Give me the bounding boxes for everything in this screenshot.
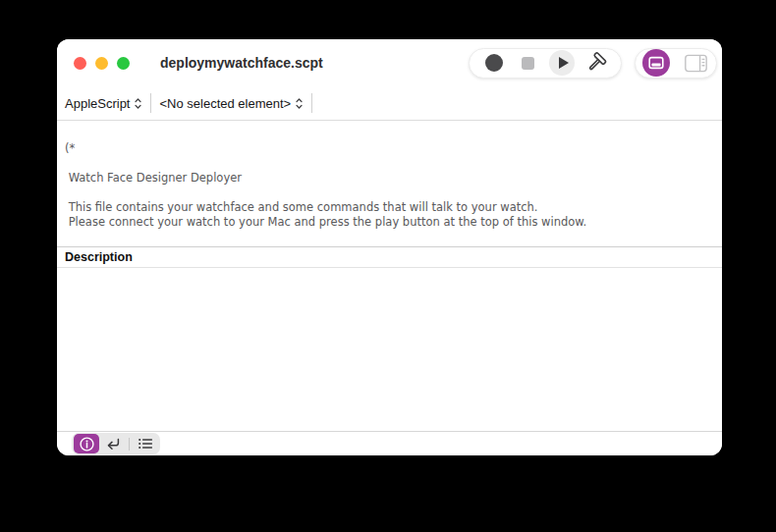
- close-button[interactable]: [74, 57, 86, 70]
- stop-button[interactable]: [512, 48, 545, 79]
- popup-chevrons-icon: [295, 97, 304, 110]
- record-icon: [485, 54, 503, 72]
- script-line: This file contains your watchface and so…: [65, 200, 714, 215]
- zoom-button[interactable]: [117, 57, 130, 70]
- script-line: Watch Face Designer Deployer: [65, 171, 714, 186]
- run-button[interactable]: [545, 48, 579, 79]
- script-line: Please connect your watch to your Mac an…: [65, 215, 714, 230]
- hammer-icon: [583, 50, 609, 76]
- titlebar: deploymywatchface.scpt: [57, 39, 722, 86]
- toolbar-script-controls: [469, 48, 622, 79]
- window-title: deploymywatchface.scpt: [160, 55, 323, 71]
- desktop-background: deploymywatchface.scpt: [0, 0, 776, 532]
- toolbar: [469, 48, 722, 79]
- traffic-lights: [57, 57, 130, 70]
- log-tab-button[interactable]: [133, 434, 158, 453]
- minimize-button[interactable]: [95, 57, 108, 70]
- bundle-contents-toggle[interactable]: [682, 49, 709, 77]
- panel-right-icon: [684, 53, 708, 74]
- script-editor[interactable]: (* Watch Face Designer Deployer This fil…: [57, 121, 722, 247]
- panel-bottom-icon: [646, 53, 666, 73]
- record-button[interactable]: [477, 48, 511, 79]
- play-icon: [549, 50, 575, 76]
- element-popup-label: <No selected element>: [159, 96, 291, 111]
- navbar-divider: [311, 93, 312, 113]
- accessory-view-toggle[interactable]: [642, 49, 670, 77]
- accessory-tab-control: [72, 433, 160, 454]
- description-header: Description: [57, 247, 722, 268]
- compile-button[interactable]: [580, 48, 613, 79]
- description-header-label: Description: [65, 250, 133, 264]
- language-popup[interactable]: AppleScript: [65, 96, 142, 111]
- segment-divider: [129, 438, 130, 451]
- result-tab-button[interactable]: [100, 434, 126, 453]
- script-line: [65, 186, 714, 200]
- list-icon: [137, 436, 154, 452]
- description-content[interactable]: [57, 268, 722, 431]
- navigation-bar: AppleScript <No selected element>: [57, 86, 722, 121]
- toolbar-view-controls: [635, 48, 717, 79]
- script-line: (*: [65, 141, 714, 156]
- popup-chevrons-icon: [134, 97, 142, 110]
- navbar-divider: [150, 93, 151, 113]
- stop-icon: [522, 57, 534, 70]
- language-popup-label: AppleScript: [65, 96, 130, 111]
- info-icon: [79, 436, 95, 452]
- return-icon: [104, 435, 122, 452]
- description-tab-button[interactable]: [74, 434, 99, 453]
- script-line: [65, 156, 714, 171]
- element-popup[interactable]: <No selected element>: [159, 96, 304, 111]
- bottom-bar: [57, 431, 722, 455]
- script-editor-window: deploymywatchface.scpt: [57, 39, 722, 455]
